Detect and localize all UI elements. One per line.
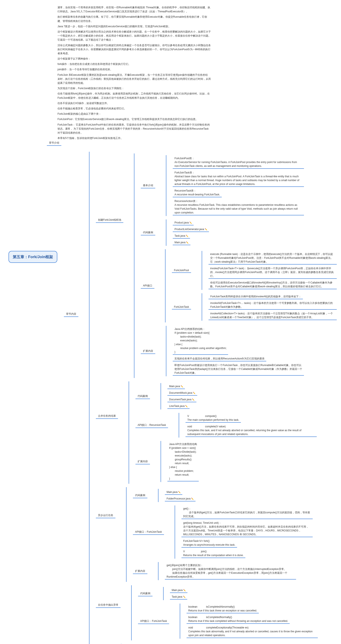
fjt-intro: ForkJoinTask类同样提供在示例中使用的invokeAll()的其他版本…: [208, 294, 303, 299]
merge-api: API接口：RecursiveTask: [135, 422, 168, 428]
api-abn: boolean isCompletedAbnormally() Returns …: [187, 604, 259, 613]
basic-intro: 基本介绍: [141, 183, 155, 188]
fjt-varargs: invokeAll(ForkJoinTask<?>… tasks)：这个版本的方…: [208, 300, 337, 310]
file-docmock[interactable]: DocumentMock.java: [167, 390, 197, 396]
api-norm: boolean isCompletedNormally() Returns tr…: [187, 615, 290, 624]
ext-adapt: 即使ForkJoinPool类被设计使用来执行一个ForkJoinTask，你也…: [173, 363, 304, 376]
async-run: 异步运行任务: [96, 513, 115, 518]
throw-exception: 在任务中抛出异常: [96, 602, 121, 608]
ra-class: RecursiveAction类：A recursive resultless …: [173, 198, 304, 216]
api-ce: void completeExceptionally(Throwable ex)…: [187, 625, 318, 638]
fjt-coll: invokeAll(Collection<T> tasks)：这个版本的方法接收…: [208, 311, 337, 320]
merge-results: 合并任务的结果: [96, 413, 118, 419]
api-fjp: ForkJoinPool: [172, 268, 191, 273]
fjp-invoke: invoke(ForkJoinTask<T> task)：当execute()方…: [208, 266, 337, 279]
api-complete: void complete(V value) Completes this ta…: [186, 424, 317, 437]
merge-ext: 扩展内容: [135, 459, 150, 464]
file-main4[interactable]: Main.java: [170, 588, 187, 593]
api-compute: V compute() The main computation perform…: [186, 414, 241, 423]
ext-label: 扩展内容: [141, 348, 155, 354]
file-main2[interactable]: Main.java: [167, 384, 185, 389]
ext-recursive: 实现的任务将不会返回任何结果，所以使用RecursiveAction作为它们实现…: [173, 356, 266, 361]
root-node: 第五章：Fork/Join框架: [9, 251, 57, 263]
api-join: V join() Returns the result of the compu…: [181, 549, 245, 558]
file-main[interactable]: Main.java: [173, 240, 190, 245]
api-get: get()： 这个版本的get()方法，如果ForkJoinTask已经结束它的…: [181, 506, 313, 519]
section-intro: 章节介绍: [47, 140, 61, 146]
api-fork: ForkJoinTask<V> fork() Arranges to async…: [181, 538, 237, 548]
async-api: API接口：ForkJoinTask: [133, 529, 164, 535]
api-get-timeout: get(long timeout, TimeUnit unit)： 这个版本的g…: [181, 520, 313, 537]
intro-text: 通常，当你实现一个简单的并发应用程序，你实现一些Runnable对象和相应的 T…: [58, 6, 211, 140]
fjp-execute: execute (Runnable task)：这是在这个示例中，使用的exec…: [208, 252, 337, 264]
fjt-class: ForkJoinTask类：Abstract base class for ta…: [173, 170, 304, 187]
file-linetask[interactable]: LineTask.java: [167, 404, 190, 409]
create-pool: 创建Fork/Join线程池: [96, 217, 123, 223]
exc-api: API接口：ForkJoinTask: [138, 618, 169, 624]
exc-code: 代码案例: [138, 591, 153, 596]
merge-ext-text: Java API方法推荐的结构 If (problem size < size)…: [167, 442, 199, 482]
rt-class: RecursiveTask类：A recursive result-bearin…: [173, 188, 221, 197]
merge-code: 代码案例: [135, 394, 150, 399]
file-task[interactable]: Task.java: [173, 233, 190, 238]
ext-structure: Java API文档推荐的结构： If (problem size > defa…: [173, 326, 228, 355]
code-sample: 代码案例: [141, 230, 155, 236]
async-code: 代码案例: [133, 493, 147, 498]
section-content: 章节内容: [64, 311, 78, 317]
file-product[interactable]: Product.java: [173, 220, 193, 226]
file-main3[interactable]: Main.java: [165, 490, 182, 495]
async-ext-text: get()和join()有两个主要的区别： join()方法不能被中断。如果你中…: [165, 563, 296, 580]
fjp-callable: 你也可以使用在ExecutorService接口的invokeAll()和inv…: [208, 280, 337, 289]
file-folder[interactable]: FolderProcessor.java: [165, 496, 196, 502]
async-ext: 扩展内容: [133, 568, 147, 574]
file-task4[interactable]: Task.java: [170, 594, 187, 600]
api-fjt: ForkJoinTask: [172, 304, 191, 310]
file-generator[interactable]: ProductListGenerator.java: [173, 227, 209, 232]
api-label: API接口: [141, 283, 154, 288]
fjp-class: ForkJoinPool类：An ExecutorService for run…: [173, 156, 304, 169]
file-doctask[interactable]: DocumentTask.java: [167, 397, 196, 402]
